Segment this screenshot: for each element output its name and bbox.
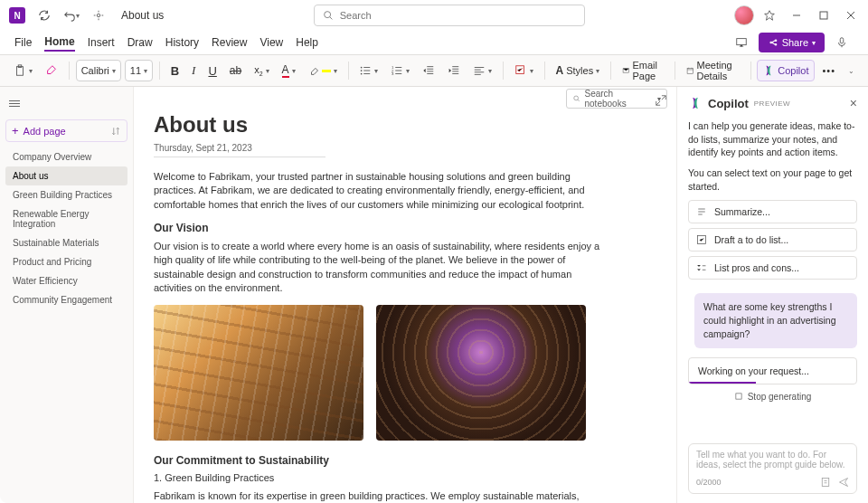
svg-point-9 xyxy=(361,73,363,75)
commitment-paragraph[interactable]: Fabrikam is known for its expertise in g… xyxy=(154,489,606,503)
sidebar-page-item[interactable]: Water Efficiency xyxy=(5,271,127,290)
maximize-button[interactable] xyxy=(812,4,835,27)
copilot-title: Copilot xyxy=(708,97,749,110)
styles-button[interactable]: AStyles▾ xyxy=(552,60,605,81)
copilot-input-placeholder: Tell me what you want to do. For ideas, … xyxy=(696,450,849,473)
underline-button[interactable]: U xyxy=(203,60,221,81)
copilot-input[interactable]: Tell me what you want to do. For ideas, … xyxy=(688,443,857,494)
building-image-2[interactable] xyxy=(376,305,586,441)
commitment-heading[interactable]: Our Commitment to Sustainability xyxy=(154,453,606,469)
svg-point-0 xyxy=(97,14,100,17)
svg-rect-5 xyxy=(17,67,24,76)
commitment-subheading[interactable]: 1. Green Building Practices xyxy=(154,471,606,485)
highlight-button[interactable]: ▾ xyxy=(304,60,342,81)
menu-insert[interactable]: Insert xyxy=(88,34,115,51)
share-button[interactable]: Share▾ xyxy=(759,33,825,52)
search-icon xyxy=(322,9,335,22)
intro-paragraph[interactable]: Welcome to Fabrikam, your trusted partne… xyxy=(154,170,606,212)
meeting-details-button[interactable]: Meeting Details xyxy=(682,60,744,81)
page-content[interactable]: About us Thursday, Sept 21, 2023 Welcome… xyxy=(134,87,676,503)
sidebar-page-item[interactable]: Sustainable Materials xyxy=(5,233,127,252)
add-page-button[interactable]: +Add page xyxy=(5,119,127,142)
preview-badge: PREVIEW xyxy=(754,100,790,108)
list-icon xyxy=(696,262,707,273)
close-button[interactable] xyxy=(839,4,863,27)
menu-review[interactable]: Review xyxy=(212,34,247,51)
suggestion-summarize[interactable]: Summarize... xyxy=(688,200,857,223)
menu-home[interactable]: Home xyxy=(44,33,74,52)
bold-button[interactable]: B xyxy=(166,60,184,81)
stop-icon xyxy=(734,392,743,401)
suggestion-proscons[interactable]: List pros and cons... xyxy=(688,256,857,280)
user-message: What are some key strengths I could high… xyxy=(694,293,857,347)
building-image-1[interactable] xyxy=(154,305,363,441)
menubar: File Home Insert Draw History Review Vie… xyxy=(0,31,868,54)
page-title[interactable]: About us xyxy=(154,112,656,138)
hamburger-icon[interactable] xyxy=(9,94,27,112)
copilot-toolbar-button[interactable]: Copilot xyxy=(757,60,814,81)
svg-rect-4 xyxy=(840,38,844,43)
present-icon[interactable] xyxy=(730,31,753,54)
outdent-button[interactable] xyxy=(418,60,439,81)
strikethrough-button[interactable]: ab xyxy=(225,60,246,81)
app-icon[interactable]: N xyxy=(5,4,29,27)
copilot-icon xyxy=(688,96,703,110)
copilot-icon xyxy=(762,64,775,77)
search-input[interactable] xyxy=(340,10,577,21)
char-counter: 0/2000 xyxy=(696,478,722,487)
copilot-header: Copilot PREVIEW × xyxy=(688,96,857,110)
menu-file[interactable]: File xyxy=(14,34,32,51)
page-date[interactable]: Thursday, Sept 21, 2023 xyxy=(154,143,326,157)
send-icon[interactable] xyxy=(838,477,849,488)
menu-view[interactable]: View xyxy=(259,34,283,51)
align-button[interactable]: ▾ xyxy=(468,60,496,81)
touch-mode-icon[interactable] xyxy=(87,4,110,27)
undo-icon[interactable]: ▾ xyxy=(60,4,83,27)
minimize-button[interactable] xyxy=(785,4,808,27)
sidebar-page-item[interactable]: Product and Pricing xyxy=(5,252,127,271)
sidebar-page-item[interactable]: Renewable Energy Integration xyxy=(5,204,127,233)
sidebar-page-item[interactable]: Company Overview xyxy=(5,147,127,166)
ribbon-toolbar: ▾ Calibri▾ 11▾ B I U ab x2▾ A▾ ▾ ▾ 123▾ … xyxy=(0,54,868,87)
menu-draw[interactable]: Draw xyxy=(127,34,153,51)
more-button[interactable]: ••• xyxy=(818,60,841,81)
svg-point-7 xyxy=(361,67,363,69)
svg-text:3: 3 xyxy=(392,71,394,76)
email-page-button[interactable]: Email Page xyxy=(618,60,668,81)
todo-icon xyxy=(696,234,707,245)
expand-icon[interactable] xyxy=(655,94,667,107)
mic-icon[interactable] xyxy=(830,31,854,54)
font-size-select[interactable]: 11▾ xyxy=(125,60,153,81)
format-painter-icon[interactable] xyxy=(41,60,62,81)
close-icon[interactable]: × xyxy=(850,96,857,110)
sidebar-page-item[interactable]: Green Building Practices xyxy=(5,185,127,204)
premium-icon[interactable] xyxy=(758,4,781,27)
font-color-button[interactable]: A▾ xyxy=(278,60,300,81)
sync-icon[interactable] xyxy=(33,4,56,27)
subscript-button[interactable]: x2▾ xyxy=(250,60,273,81)
svg-rect-2 xyxy=(820,12,827,19)
indent-button[interactable] xyxy=(443,60,465,81)
summarize-icon xyxy=(696,206,707,217)
paste-button[interactable]: ▾ xyxy=(9,60,37,81)
stop-generating-button[interactable]: Stop generating xyxy=(688,392,857,402)
menu-history[interactable]: History xyxy=(165,34,199,51)
prompt-guide-icon[interactable] xyxy=(820,477,831,488)
vision-paragraph[interactable]: Our vision is to create a world where ev… xyxy=(154,240,606,296)
font-family-select[interactable]: Calibri▾ xyxy=(76,60,121,81)
workspace: +Add page Company OverviewAbout usGreen … xyxy=(0,87,868,503)
numbering-button[interactable]: 123▾ xyxy=(386,60,414,81)
italic-button[interactable]: I xyxy=(187,60,200,81)
user-avatar[interactable] xyxy=(734,5,754,25)
menu-help[interactable]: Help xyxy=(296,34,318,51)
suggestion-todo[interactable]: Draft a to do list... xyxy=(688,228,857,252)
search-box[interactable] xyxy=(314,5,585,26)
vision-heading[interactable]: Our Vision xyxy=(154,221,606,236)
svg-point-1 xyxy=(324,12,330,18)
sort-icon[interactable] xyxy=(110,126,121,137)
sidebar-page-item[interactable]: Community Engagement xyxy=(5,290,127,309)
collapse-ribbon-icon[interactable]: ⌄ xyxy=(844,60,859,81)
todo-tag-button[interactable]: ▾ xyxy=(510,60,538,81)
sidebar-page-item[interactable]: About us xyxy=(5,166,127,185)
bullets-button[interactable]: ▾ xyxy=(354,60,382,81)
